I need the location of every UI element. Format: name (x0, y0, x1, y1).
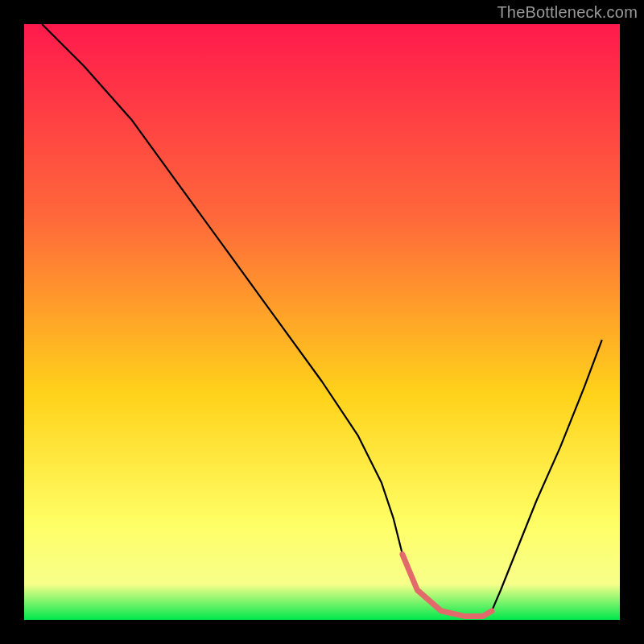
bottleneck-chart (0, 0, 644, 644)
plot-background (24, 24, 620, 620)
watermark-text: TheBottleneck.com (497, 3, 638, 22)
chart-stage: TheBottleneck.com (0, 0, 644, 644)
